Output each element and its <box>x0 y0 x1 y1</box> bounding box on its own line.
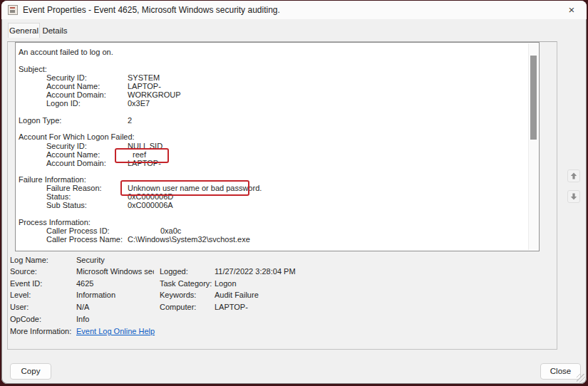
detail-value: Microsoft Windows security auditing. <box>76 266 154 276</box>
tab-details[interactable]: Details <box>40 24 70 38</box>
previous-event-button[interactable] <box>567 169 580 182</box>
detail-label: Event ID: <box>10 278 42 288</box>
title-bar: Event Properties - Event 4625, Microsoft… <box>1 1 587 19</box>
description-scrollbar[interactable] <box>528 43 538 250</box>
detail-label: User: <box>10 302 29 312</box>
window-title: Event Properties - Event 4625, Microsoft… <box>23 5 280 15</box>
event-description-box[interactable]: An account failed to log on. Subject: Se… <box>15 42 540 251</box>
detail-label: OpCode: <box>10 314 41 324</box>
detail-row: Keywords:Audit Failure <box>160 290 373 300</box>
detail-row: More Information:Event Log Online Help <box>10 326 259 336</box>
copy-button[interactable]: Copy <box>10 363 51 380</box>
detail-value: Info <box>76 314 89 324</box>
next-event-button[interactable] <box>567 190 580 203</box>
field-value: C:\Windows\System32\svchost.exe <box>128 234 250 244</box>
detail-value: Information <box>76 290 115 300</box>
close-button[interactable]: Close <box>540 363 581 380</box>
description-intro: An account failed to log on. <box>19 47 113 57</box>
detail-value: Logon <box>215 278 237 288</box>
field-value: 2 <box>128 115 132 125</box>
section-account-logon-failed: Account For Which Logon Failed: <box>19 132 135 142</box>
arrow-up-icon <box>570 172 577 179</box>
detail-row: Task Category:Logon <box>160 278 373 288</box>
field-value: LAPTOP- <box>128 158 161 168</box>
field-label: Sub Status: <box>46 200 87 210</box>
detail-value: 4625 <box>76 278 93 288</box>
detail-label: Keywords: <box>160 290 196 300</box>
detail-row: Logged:11/27/2022 3:28:04 PM <box>160 266 373 276</box>
resize-grip[interactable] <box>577 374 585 382</box>
detail-label: Source: <box>10 266 37 276</box>
event-properties-icon <box>8 5 18 15</box>
detail-row: Computer:LAPTOP- <box>160 302 373 312</box>
detail-label: Task Category: <box>160 278 212 288</box>
detail-value: Audit Failure <box>215 290 259 300</box>
event-properties-dialog: Event Properties - Event 4625, Microsoft… <box>1 1 587 384</box>
field-value: 0x3E7 <box>128 98 150 108</box>
event-log-online-help-link[interactable]: Event Log Online Help <box>76 326 155 336</box>
detail-row: OpCode:Info <box>10 314 259 324</box>
detail-value: N/A <box>76 302 89 312</box>
scrollbar-thumb[interactable] <box>530 56 537 140</box>
field-label: Logon ID: <box>46 98 81 108</box>
detail-value: 11/27/2022 3:28:04 PM <box>215 266 296 276</box>
detail-label: Log Name: <box>10 255 48 265</box>
detail-value: LAPTOP- <box>215 302 248 312</box>
detail-label: Level: <box>10 290 31 300</box>
tab-general[interactable]: General <box>8 23 40 38</box>
arrow-down-icon <box>570 193 577 200</box>
detail-row: Log Name:Security <box>10 255 259 265</box>
field-label: Caller Process Name: <box>46 234 123 244</box>
detail-label: Logged: <box>160 266 188 276</box>
detail-value: Security <box>76 255 105 265</box>
close-icon[interactable]: × <box>562 2 581 18</box>
field-label: Account Domain: <box>46 158 106 168</box>
field-label: Logon Type: <box>19 115 61 125</box>
detail-label: More Information: <box>10 326 71 336</box>
detail-label: Computer: <box>160 302 196 312</box>
field-value: 0xC000006A <box>128 200 173 210</box>
